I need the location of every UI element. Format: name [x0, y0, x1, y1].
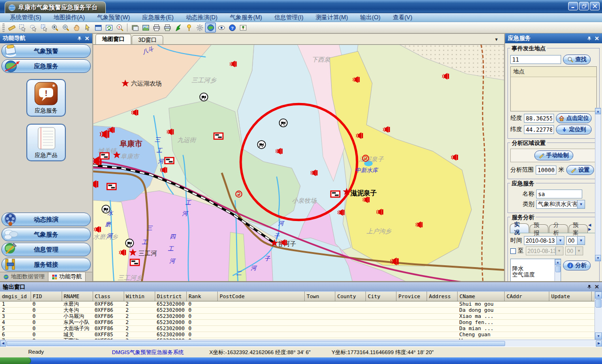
menu-item-2[interactable]: 气象预警(W) — [91, 14, 136, 22]
longitude-input[interactable] — [524, 114, 554, 123]
pin-icon[interactable] — [587, 36, 592, 41]
sidebar-group-weather-service[interactable]: 气象服务 — [1, 228, 91, 241]
menu-item-4[interactable]: 动态推演(D) — [180, 14, 223, 22]
menu-item-8[interactable]: 输出(O) — [354, 14, 387, 22]
pin-icon[interactable] — [587, 285, 592, 289]
panel-scrollbar[interactable]: ▲ ▼ — [595, 108, 601, 261]
column-header-Address[interactable]: Address — [427, 292, 458, 301]
locate-click-button[interactable]: 点击定位 — [556, 113, 592, 123]
column-header-Within[interactable]: Within — [124, 292, 155, 301]
analysis-tab-实况[interactable]: 实况 — [510, 223, 529, 233]
column-header-Provice[interactable]: Provice — [396, 292, 427, 301]
locate-to-button[interactable]: 定位到 — [556, 125, 592, 135]
column-header-dmgis_id[interactable]: dmgis_id — [0, 292, 31, 301]
to-date-select[interactable]: 2010-08-13▼ — [526, 246, 563, 255]
column-header-CAddr[interactable]: CAddr — [505, 292, 549, 301]
menu-item-0[interactable]: 系统管理(S) — [4, 14, 48, 22]
table-row[interactable]: 60城关0XFF8526523020000Cheng guan — [0, 332, 594, 338]
column-header-Rank[interactable]: Rank — [187, 292, 218, 301]
table-row[interactable]: 10水磨沟0XFF8626523020000Shui mo gou — [0, 301, 594, 308]
close-panel-icon[interactable]: ✕ — [85, 36, 89, 41]
zoom-in-icon[interactable] — [49, 23, 60, 32]
camera-marker-icon[interactable] — [257, 141, 265, 149]
toolbar-grip[interactable] — [2, 24, 5, 32]
tab-map-data-management[interactable]: 地图数据管理 — [0, 272, 48, 281]
tab-map-view[interactable]: 地图窗口 — [95, 34, 131, 44]
column-header-Class[interactable]: Class — [93, 292, 124, 301]
camera-marker-icon[interactable] — [126, 239, 134, 247]
emergency-product-shortcut[interactable]: 应急产品 — [26, 124, 66, 161]
arrow-pointer-icon[interactable] — [82, 23, 93, 32]
scroll-up-icon[interactable]: ▲ — [595, 108, 601, 114]
table-row[interactable]: 50大面场子沟0XFF8626523020000Da mian ... — [0, 326, 594, 332]
to-time-checkbox[interactable] — [510, 248, 516, 254]
sidebar-group-information-management[interactable]: 信息管理 — [1, 243, 91, 256]
analysis-tab-预案[interactable]: 预案 — [569, 224, 588, 233]
tab-list-dropdown-icon[interactable]: ▼ — [494, 37, 499, 42]
menu-item-7[interactable]: 测量计算(M) — [309, 14, 354, 22]
menu-item-6[interactable]: 信息管理(I) — [268, 14, 309, 22]
scroll-up-icon[interactable]: ▲ — [595, 292, 602, 299]
tab-3d-view[interactable]: 3D窗口 — [132, 35, 163, 44]
menu-item-1[interactable]: 地图操作(A) — [48, 14, 91, 22]
find-button[interactable]: 查找 — [563, 55, 591, 64]
sidebar-group-weather-warning[interactable]: 气象预警 — [1, 44, 91, 58]
combo-dropdown-icon[interactable]: ▼ — [577, 200, 585, 208]
go-arrow-icon[interactable] — [173, 23, 183, 32]
zoom-out-icon[interactable] — [60, 23, 71, 32]
flag-marker-icon[interactable] — [214, 133, 223, 139]
analysis-range-input[interactable] — [536, 166, 556, 174]
emergency-service-shortcut[interactable]: ! 应急服务 — [26, 79, 66, 117]
flag-marker-icon[interactable] — [165, 158, 174, 164]
identify-icon[interactable]: ? — [114, 23, 125, 32]
column-header-FID[interactable]: FID — [31, 292, 62, 301]
time-date-select[interactable]: 2010-08-13▼ — [524, 236, 564, 245]
table-horizontal-scrollbar[interactable]: ◀ ▶ — [0, 340, 602, 347]
table-vertical-scrollbar[interactable]: ▲ ▼ — [594, 292, 602, 340]
time-hour-select[interactable]: 00▼ — [566, 236, 585, 245]
minimize-button[interactable] — [568, 2, 578, 10]
column-header-RNAME[interactable]: RNAME — [62, 292, 93, 301]
column-header-County[interactable]: County — [335, 292, 366, 301]
service-name-input[interactable] — [536, 190, 582, 198]
latitude-input[interactable] — [524, 125, 554, 134]
select-pointer-icon[interactable] — [39, 23, 49, 32]
settings-gear-icon[interactable] — [194, 23, 205, 32]
list-item[interactable]: 空气温度 — [512, 272, 554, 278]
menu-item-3[interactable]: 应急服务(E) — [136, 14, 180, 22]
camera-marker-icon[interactable] — [200, 93, 208, 101]
column-header-City[interactable]: City — [366, 292, 396, 301]
camera-marker-icon[interactable] — [279, 119, 287, 127]
tab-function-navigation[interactable]: 功能导航 — [48, 272, 86, 281]
scroll-left-icon[interactable]: ◀ — [0, 340, 6, 347]
close-panel-icon[interactable]: ✕ — [594, 36, 599, 41]
flag-marker-icon[interactable] — [331, 191, 340, 197]
flag-marker-icon[interactable] — [130, 259, 139, 265]
os-taskbar[interactable] — [0, 357, 602, 364]
set-range-button[interactable]: 设置 — [566, 165, 594, 175]
analysis-tab-分析[interactable]: 分析 — [549, 224, 568, 233]
analyze-button[interactable]: i 分析 — [563, 261, 591, 270]
analysis-tab-预报[interactable]: 预报 — [530, 224, 549, 233]
ruler-icon[interactable] — [6, 23, 17, 32]
flag-marker-icon[interactable] — [100, 153, 109, 159]
pin-icon[interactable] — [77, 36, 82, 41]
column-header-CName[interactable]: CName — [458, 292, 505, 301]
restore-button[interactable] — [579, 2, 589, 10]
refresh-view-icon[interactable] — [103, 23, 114, 32]
menu-item-9[interactable]: 查看(V) — [387, 14, 419, 22]
camera-marker-icon[interactable] — [102, 205, 110, 213]
scene-image-icon[interactable] — [238, 23, 248, 32]
sidebar-group-dynamic-deduction[interactable]: 动态推演 — [1, 213, 91, 226]
print-icon[interactable] — [151, 23, 162, 32]
sidebar-group-emergency-service[interactable]: 应急服务 — [1, 59, 91, 73]
select-area-icon[interactable] — [17, 23, 28, 32]
location-search-input[interactable] — [510, 55, 561, 64]
table-row[interactable]: 30小马厩沟0XFF8626523020000Xiao ma ... — [0, 314, 594, 320]
table-row[interactable]: 20大冬沟0XFF8626523020000Da dong gou — [0, 308, 594, 314]
manual-draw-button[interactable]: 手动绘制 — [534, 150, 573, 160]
map-services-globe-icon[interactable] — [205, 23, 216, 32]
category-select[interactable]: 气象和洪水灾害 ▼ — [536, 200, 585, 209]
column-header-Town[interactable]: Town — [305, 292, 335, 301]
map-canvas[interactable]: 六运湖农场三工河乡下西泉九运街阜康市城关镇阜康市滋泥泉子中新水库滋泥泉子小泉牧场… — [93, 45, 504, 281]
